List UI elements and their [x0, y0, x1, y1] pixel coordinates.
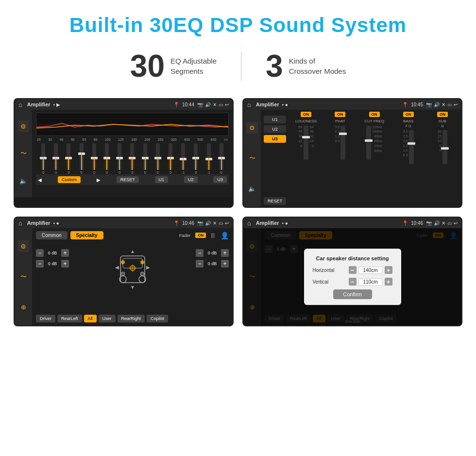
stats-row: 30 EQ AdjustableSegments 3 Kinds ofCross…	[0, 46, 476, 93]
u2-preset-btn[interactable]: U2	[264, 125, 286, 133]
back-icon[interactable]: ↩	[225, 102, 229, 107]
wave-icon[interactable]: 〜	[17, 148, 29, 159]
vol4-minus-btn[interactable]: −	[196, 260, 204, 268]
close-icon2[interactable]: ✕	[442, 102, 445, 107]
driver-btn[interactable]: Driver	[36, 315, 55, 322]
fader-400[interactable]: 0	[194, 143, 198, 174]
bt-icon3[interactable]: ⊕	[17, 302, 29, 313]
fader-63[interactable]: 0	[92, 143, 96, 174]
window-icon: ▭	[219, 102, 223, 107]
vol2-minus-btn[interactable]: −	[36, 260, 44, 268]
u1-preset-btn[interactable]: U1	[264, 116, 286, 123]
horizontal-plus-btn[interactable]: +	[385, 266, 392, 274]
copilot-btn[interactable]: Copilot	[147, 315, 168, 322]
close-icon3[interactable]: ✕	[213, 220, 217, 226]
eq-icon[interactable]: ⚙	[17, 120, 29, 132]
back-icon4[interactable]: ↩	[454, 220, 458, 226]
home-icon4[interactable]: ⌂	[247, 220, 251, 227]
volume-icon4: 🔊	[434, 220, 440, 226]
speaker-icon[interactable]: 🔈	[17, 175, 29, 186]
close-icon4[interactable]: ✕	[442, 220, 445, 226]
reset-btn[interactable]: RESET	[117, 176, 139, 183]
fader-40[interactable]: 0	[67, 143, 70, 174]
screen4-time: 10:46	[411, 220, 423, 226]
vol3-plus-btn[interactable]: +	[221, 249, 229, 257]
screen4-statusbar: ⌂ Amplifier ▪ ● 📍 10:46 📷 🔊 ✕ ▭ ↩	[243, 218, 461, 228]
home-icon2[interactable]: ⌂	[247, 101, 251, 108]
phat-fader[interactable]	[340, 126, 345, 160]
user-btn[interactable]: User	[99, 315, 116, 322]
fader-630[interactable]: 0	[220, 143, 223, 174]
back-icon2[interactable]: ↩	[454, 102, 458, 107]
sub-on-btn[interactable]: ON	[437, 112, 448, 117]
screen3-sidebar: ⚙ 〜 ⊕	[15, 228, 32, 325]
wave-icon3[interactable]: 〜	[17, 271, 29, 283]
wave-icon2[interactable]: 〜	[246, 152, 258, 164]
home-icon3[interactable]: ⌂	[18, 220, 22, 227]
cutfreq-on-btn[interactable]: ON	[369, 112, 380, 117]
bass-fader[interactable]	[409, 130, 414, 164]
rearleft-btn[interactable]: RearLeft	[57, 315, 82, 322]
vol3-minus-btn[interactable]: −	[196, 249, 204, 257]
eq-icon2[interactable]: ⚙	[246, 122, 258, 134]
vol4-value: 0 dB	[205, 261, 219, 266]
screen4-app-title: Amplifier	[256, 220, 279, 226]
fader-on-badge[interactable]: ON	[195, 233, 206, 238]
vertical-row: Vertical − 110cm +	[313, 278, 392, 286]
vol4-plus-btn[interactable]: +	[221, 260, 229, 268]
screen4-body: ⚙ 〜 ⊕ Common Specialty Fader ON 👤	[243, 228, 461, 325]
fader-25[interactable]: 0	[41, 143, 45, 174]
u2-btn[interactable]: U2	[184, 176, 198, 183]
fader-125[interactable]: 0	[130, 143, 134, 174]
play-icon[interactable]: ▶	[97, 177, 101, 183]
rearright-btn[interactable]: RearRight	[118, 315, 145, 322]
svg-point-10	[140, 272, 144, 276]
right-vol-ctrl: − 0 dB + − 0 dB +	[196, 241, 229, 268]
specialty-tab[interactable]: Specialty	[70, 231, 103, 239]
balance-area: − 0 dB + − 0 dB +	[36, 241, 229, 313]
vol-row-1: − 0 dB +	[36, 249, 69, 257]
confirm-button[interactable]: Confirm	[333, 289, 372, 299]
stat1: 30 EQ AdjustableSegments	[106, 51, 241, 82]
fader-500[interactable]: -1	[207, 143, 211, 174]
custom-preset-btn[interactable]: Custom	[58, 176, 81, 183]
fader-100[interactable]: 0	[118, 143, 121, 174]
u1-btn[interactable]: U1	[155, 176, 169, 183]
vol2-plus-btn[interactable]: +	[61, 260, 69, 268]
all-btn[interactable]: All	[84, 315, 97, 322]
screen3-statusbar: ⌂ Amplifier ▪ ● 📍 10:46 📷 🔊 ✕ ▭ ↩	[15, 218, 233, 228]
fader-32[interactable]: 0	[54, 143, 58, 174]
eq-icon3[interactable]: ⚙	[17, 240, 29, 252]
vertical-plus-btn[interactable]: +	[385, 278, 392, 286]
screen1: ⌂ Amplifier ▪ ▶ 📍 10:44 📷 🔊 ✕ ▭ ↩ ⚙ 〜	[15, 99, 233, 197]
fader-80[interactable]: 0	[105, 143, 109, 174]
fader-160[interactable]: 0	[143, 143, 147, 174]
u3-btn[interactable]: U3	[213, 176, 227, 183]
reset-btn2[interactable]: RESET	[264, 197, 286, 205]
u3-preset-btn[interactable]: U3	[264, 135, 286, 143]
phat-on-btn[interactable]: ON	[335, 112, 345, 117]
vol1-plus-btn[interactable]: +	[61, 249, 69, 257]
home-icon[interactable]: ⌂	[18, 101, 22, 108]
common-tab[interactable]: Common	[36, 231, 68, 239]
camera-icon2: 📷	[426, 102, 432, 107]
fader-250[interactable]: 0	[169, 143, 172, 174]
vol-row-3: − 0 dB +	[196, 249, 229, 257]
cutfreq-fader[interactable]	[366, 126, 371, 160]
close-icon[interactable]: ✕	[213, 102, 217, 107]
loudness-fader[interactable]	[304, 126, 308, 160]
prev-icon[interactable]: ◀	[38, 177, 42, 183]
loudness-on-btn[interactable]: ON	[301, 112, 311, 117]
fader-200[interactable]: 0	[156, 143, 160, 174]
screen1-wrapper: ⌂ Amplifier ▪ ▶ 📍 10:44 📷 🔊 ✕ ▭ ↩ ⚙ 〜	[14, 98, 234, 208]
screen3-tab-row: Common Specialty Fader ON ||| 👤	[36, 231, 229, 239]
vol1-minus-btn[interactable]: −	[36, 249, 44, 257]
back-icon3[interactable]: ↩	[225, 220, 229, 226]
vertical-minus-btn[interactable]: −	[349, 278, 357, 286]
sub-fader[interactable]	[442, 130, 447, 164]
horizontal-minus-btn[interactable]: −	[349, 266, 357, 274]
bass-on-btn[interactable]: ON	[403, 112, 414, 117]
fader-50[interactable]: 5	[80, 143, 84, 174]
speaker-icon2[interactable]: 🔈	[246, 183, 258, 195]
fader-320[interactable]: -1	[181, 143, 185, 174]
